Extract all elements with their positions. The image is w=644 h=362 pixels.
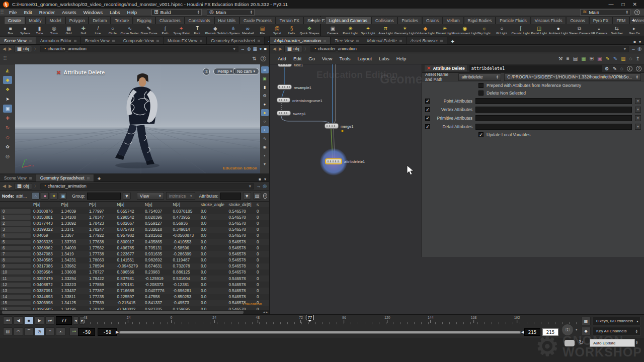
clock-icon[interactable]: ◷ xyxy=(35,327,44,336)
shelf-tab[interactable]: Oceans xyxy=(566,17,589,24)
realtime-icon[interactable]: ⌒ xyxy=(24,327,34,336)
tick-marks-icon[interactable]: ''' xyxy=(45,327,55,336)
shelf-tool[interactable]: ⋔L-System xyxy=(226,24,240,36)
menu-item[interactable]: File xyxy=(6,9,20,16)
network-node[interactable] xyxy=(325,158,342,164)
network-menu-item[interactable]: Edit xyxy=(290,55,305,62)
wrench-icon[interactable]: ⚒ xyxy=(558,56,563,61)
pane-tab[interactable]: Render View xyxy=(81,37,119,44)
shelf-tool[interactable]: ▤File xyxy=(255,24,270,36)
current-frame-field[interactable]: 77 xyxy=(56,316,72,325)
path-root-chip[interactable]: ▦obj xyxy=(14,183,32,190)
shelf-tab[interactable]: Grains xyxy=(422,17,443,24)
menu-item[interactable]: Help xyxy=(124,9,141,16)
shelf-tab[interactable]: Hair Utils xyxy=(214,17,239,24)
list-icon[interactable]: ▤ xyxy=(573,56,578,61)
table-row[interactable]: 0 0.03808761.340391.779970.6557420.75403… xyxy=(0,208,269,214)
viewport-tool-icon[interactable]: ▣ xyxy=(3,105,12,113)
menu-item[interactable]: Edit xyxy=(20,9,35,16)
display-option-icon[interactable]: ● xyxy=(261,109,269,116)
info-icon[interactable]: i xyxy=(627,66,632,71)
shelf-tab[interactable]: Lights and Cameras xyxy=(325,17,371,24)
shelf-tool[interactable]: ○GI Light xyxy=(493,24,511,36)
table-row[interactable]: 3 0.03993221.33711.782470.8757830.332618… xyxy=(0,227,269,233)
shelf-tab[interactable]: FEM xyxy=(612,17,629,24)
shelf-tool[interactable]: ✚Null xyxy=(76,24,91,36)
shelf-tab[interactable]: Pyro FX xyxy=(589,17,613,24)
copy-icon[interactable]: ▤ xyxy=(253,192,261,200)
message-bubble-icon[interactable] xyxy=(565,340,575,346)
color-palette-icon[interactable]: ▦ xyxy=(581,56,586,61)
pane-tab[interactable]: Composite View xyxy=(119,37,164,44)
shelf-tab[interactable]: Characters xyxy=(155,17,185,24)
shelf-tool[interactable]: §Helix xyxy=(284,24,299,36)
follow-icon[interactable]: ◎ xyxy=(247,46,251,51)
shelf-tool[interactable]: ∫Path xyxy=(158,24,173,36)
table-row[interactable]: 12 0.04088721.332231.778590.970181-0.208… xyxy=(0,282,269,288)
attributes-filter-icon[interactable]: ▼ xyxy=(243,192,251,200)
grid-icon[interactable]: ⊞ xyxy=(590,56,594,61)
pane-tab[interactable]: Asset Browser xyxy=(407,37,448,44)
checkbox[interactable] xyxy=(478,90,484,96)
shelf-tool[interactable]: ❖Quick Shapes xyxy=(299,24,320,36)
brush-icon[interactable]: ✎ xyxy=(613,66,617,71)
jump-end-button[interactable]: ⏭ xyxy=(45,316,55,325)
back-arrow-icon[interactable]: ◀ xyxy=(273,46,276,51)
network-node[interactable] xyxy=(277,84,292,89)
tab-close-icon[interactable] xyxy=(87,177,90,179)
shelf-tab[interactable]: Vellum xyxy=(443,17,464,24)
view-dropdown[interactable]: View▾ xyxy=(137,192,164,200)
keys-info-box[interactable]: 0 keys, 0/0 channels▲ xyxy=(593,317,641,325)
shelf-tool[interactable]: ▸Gan Ca xyxy=(625,24,643,36)
tab-close-icon[interactable] xyxy=(200,40,202,42)
shelf-tool[interactable]: ●Ambient Light xyxy=(548,24,569,36)
square-icon[interactable]: ■ xyxy=(264,46,267,51)
network-editor-canvas[interactable]: Education Edition Geometry fuse1 xyxy=(270,64,644,314)
close-button[interactable]: ✕ xyxy=(633,2,637,7)
pane-tab[interactable]: Motion FX View xyxy=(164,37,207,44)
attr-class-icon[interactable]: ▣ xyxy=(59,192,67,200)
shelf-tool[interactable]: ▮Tube xyxy=(32,24,47,36)
attr-class-icon[interactable]: ∴ xyxy=(32,192,40,200)
checkbox[interactable] xyxy=(425,107,430,112)
path-node-chip[interactable]: ◔character_animation▾ xyxy=(40,183,255,190)
table-row[interactable]: 13 0.03870911.334371.773670.7166880.0407… xyxy=(0,288,269,294)
attribute-input[interactable] xyxy=(475,98,632,104)
edit-blue-icon[interactable]: ✎ xyxy=(613,56,617,61)
snapshot-icon[interactable]: ▣ xyxy=(597,56,602,61)
network-menu-item[interactable]: Add xyxy=(274,55,290,62)
jump-start-button[interactable]: ⏮ xyxy=(3,316,13,325)
pane-maximize-icon[interactable]: ■ xyxy=(259,177,261,182)
prev-key-icon[interactable]: ◂ xyxy=(73,316,78,325)
add-shelf-tab-button[interactable]: + xyxy=(308,17,317,23)
attribute-menu-icon[interactable]: ▾ xyxy=(635,124,641,130)
attribute-menu-icon[interactable]: ▾ xyxy=(635,98,641,104)
network-menu-item[interactable]: View xyxy=(318,55,336,62)
display-option-icon[interactable]: ▾ xyxy=(261,160,269,167)
tab-close-icon[interactable] xyxy=(399,40,402,42)
viewport-tool-icon[interactable]: ◎ xyxy=(3,152,12,160)
pane-menu-icon[interactable]: ▾ xyxy=(264,177,266,182)
shelf-tool[interactable]: ◫Portal Light xyxy=(530,24,548,36)
export-icon[interactable]: ▤ xyxy=(3,327,13,336)
table-row[interactable]: 8 0.03405851.342311.780630.1415610.98269… xyxy=(0,257,269,263)
shelf-tool[interactable]: ∿Curve Bezier xyxy=(120,24,139,36)
intrinsics-dropdown[interactable]: Intrinsics▾ xyxy=(166,192,195,200)
network-node[interactable] xyxy=(277,98,290,103)
key-menu-icon[interactable]: ▾ xyxy=(576,328,578,332)
pane-tab[interactable]: Scene View xyxy=(0,174,36,182)
pane-tab[interactable]: Tree View xyxy=(331,37,363,44)
tree-icon[interactable]: ≡ xyxy=(567,56,570,61)
back-arrow-icon[interactable]: ◀ xyxy=(3,184,6,189)
radial-menu-selector[interactable]: ◎Main xyxy=(207,9,255,16)
viewport-tool-icon[interactable]: ◭ xyxy=(3,66,12,74)
attribute-input[interactable] xyxy=(475,107,632,113)
asset-path-dropdown[interactable]: C:/PROGRA~1/SIDEEF~1/HOUDIN~1.332/houdin… xyxy=(504,73,641,81)
table-row[interactable]: 14 0.03448931.338111.772350.2255970.4755… xyxy=(0,294,269,300)
search-icon[interactable]: ◌ xyxy=(620,66,623,71)
playhead-marker[interactable]: 77 xyxy=(306,315,314,320)
display-option-icon[interactable]: ▣ xyxy=(261,75,269,82)
attribute-input[interactable] xyxy=(475,124,632,130)
shelf-tab[interactable]: Create xyxy=(4,17,25,24)
shelf-tab[interactable]: Viscous Fluids xyxy=(531,17,567,24)
